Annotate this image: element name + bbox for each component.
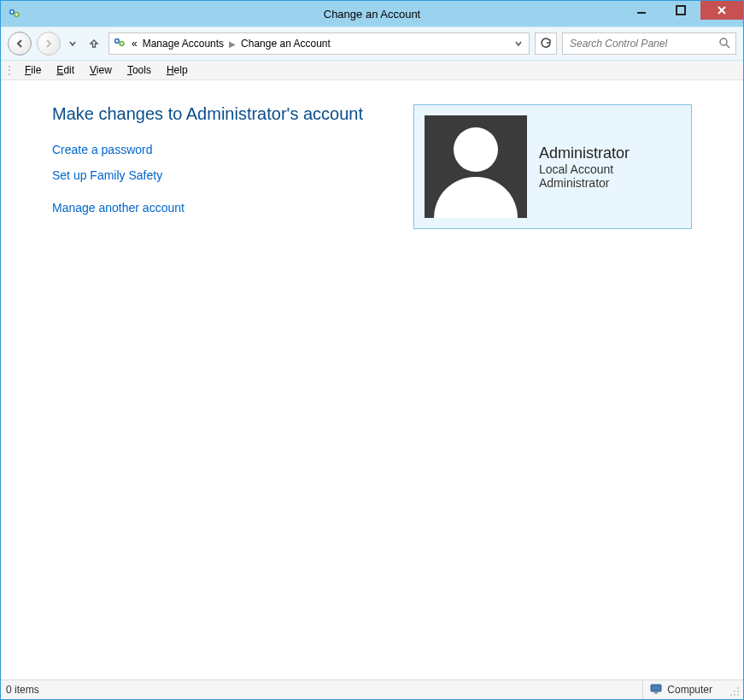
minimize-button[interactable] — [622, 1, 661, 20]
window-frame: Change an Account — [0, 0, 744, 700]
breadcrumb-parent[interactable]: Manage Accounts — [143, 38, 224, 50]
back-button[interactable] — [8, 32, 32, 56]
status-location-label: Computer — [667, 684, 712, 696]
user-accounts-icon — [113, 36, 126, 52]
computer-icon — [650, 684, 662, 697]
account-info: Administrator Local Account Administrato… — [539, 144, 630, 190]
menu-help[interactable]: Help — [160, 62, 195, 78]
svg-point-3 — [15, 14, 18, 16]
link-manage-another[interactable]: Manage another account — [52, 201, 379, 215]
statusbar: 0 items Computer — [1, 679, 743, 699]
menu-file[interactable]: File — [18, 62, 48, 78]
right-column: Administrator Local Account Administrato… — [413, 104, 692, 679]
close-button[interactable] — [700, 1, 743, 20]
app-icon — [8, 7, 21, 21]
up-button[interactable] — [85, 32, 103, 55]
search-icon — [718, 37, 730, 51]
forward-button[interactable] — [37, 32, 61, 56]
svg-point-8 — [116, 39, 119, 42]
link-create-password[interactable]: Create a password — [52, 143, 379, 156]
svg-point-14 — [737, 687, 739, 689]
resize-grip-icon[interactable] — [729, 686, 741, 698]
svg-point-2 — [11, 11, 14, 14]
search-input[interactable] — [568, 37, 718, 50]
address-bar[interactable]: « Manage Accounts ▶ Change an Account — [108, 32, 530, 55]
status-location: Computer — [642, 680, 729, 699]
menu-view[interactable]: View — [83, 62, 119, 78]
recent-locations-dropdown[interactable] — [66, 32, 79, 55]
svg-point-9 — [120, 42, 123, 44]
menubar-grip: ⋮ — [4, 64, 13, 76]
search-box[interactable] — [562, 32, 736, 55]
avatar-icon — [425, 115, 527, 218]
account-card[interactable]: Administrator Local Account Administrato… — [413, 104, 692, 229]
menu-edit[interactable]: Edit — [50, 62, 81, 78]
svg-rect-12 — [651, 685, 661, 691]
menu-tools[interactable]: Tools — [120, 62, 158, 78]
svg-point-15 — [737, 691, 739, 692]
refresh-button[interactable] — [535, 32, 557, 55]
breadcrumb-current[interactable]: Change an Account — [241, 38, 331, 50]
window-controls — [622, 1, 743, 26]
account-role: Administrator — [539, 176, 630, 190]
left-column: Make changes to Administrator's account … — [52, 104, 379, 679]
titlebar: Change an Account — [1, 1, 743, 26]
content-area: Make changes to Administrator's account … — [1, 80, 743, 679]
svg-rect-5 — [677, 6, 685, 15]
maximize-button[interactable] — [661, 1, 700, 20]
svg-rect-4 — [637, 12, 646, 14]
svg-point-18 — [734, 694, 735, 696]
page-heading: Make changes to Administrator's account — [52, 104, 379, 124]
svg-rect-13 — [654, 692, 658, 694]
svg-point-16 — [734, 691, 735, 692]
link-family-safety[interactable]: Set up Family Safety — [52, 168, 379, 182]
status-items: 0 items — [1, 684, 39, 696]
address-dropdown[interactable] — [512, 39, 525, 49]
svg-point-17 — [737, 694, 739, 696]
chevron-right-icon: ▶ — [229, 39, 236, 49]
account-name: Administrator — [539, 144, 630, 162]
svg-line-11 — [726, 44, 729, 48]
breadcrumb-prefix: « — [132, 38, 138, 50]
navbar: « Manage Accounts ▶ Change an Account — [1, 26, 743, 61]
svg-point-19 — [730, 694, 732, 696]
account-type: Local Account — [539, 162, 630, 176]
menubar: ⋮ File Edit View Tools Help — [1, 61, 743, 80]
svg-point-10 — [720, 38, 727, 45]
